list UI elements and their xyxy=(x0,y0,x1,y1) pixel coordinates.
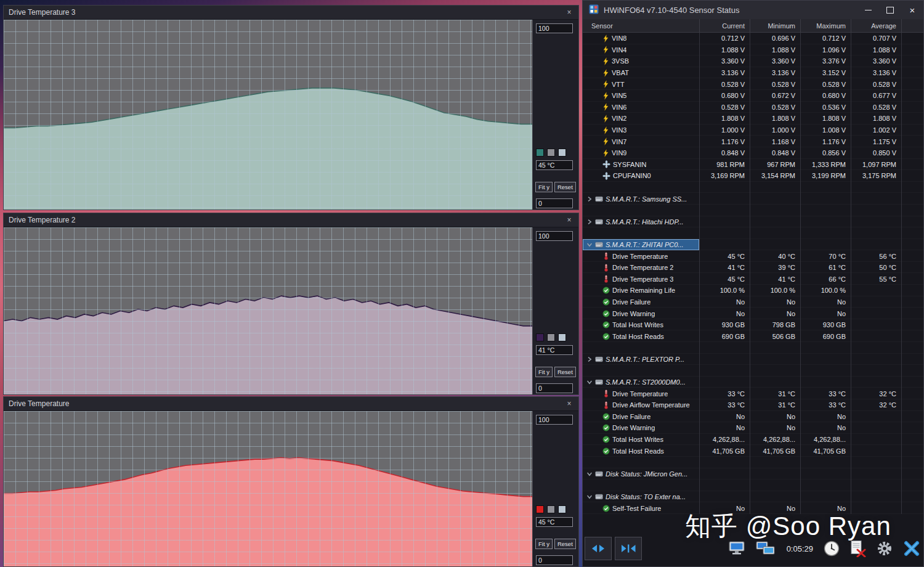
sensor-name-cell[interactable]: S.M.A.R.T.: ZHITAI PC0... xyxy=(583,239,700,251)
sensor-row[interactable]: Drive Temperature33 °C31 °C33 °C32 °C xyxy=(583,388,923,399)
sensor-name-cell[interactable]: Total Host Reads xyxy=(583,330,700,342)
sensor-row[interactable]: Drive Temperature 241 °C39 °C61 °C50 °C xyxy=(583,262,923,274)
sensor-row[interactable]: Total Host Reads41,705 GB41,705 GB41,705… xyxy=(583,445,923,457)
sensor-name-cell[interactable]: Drive Temperature 3 xyxy=(583,273,700,285)
sensor-row[interactable]: VIN21.808 V1.808 V1.808 V1.808 V xyxy=(583,113,923,124)
group-row[interactable]: S.M.A.R.T.: ZHITAI PC0... xyxy=(583,239,923,251)
sensor-name-cell[interactable]: Drive Warning xyxy=(583,308,700,319)
sensor-name-cell[interactable]: CPUFANIN0 xyxy=(583,170,700,182)
sensor-name-cell[interactable]: VIN4 xyxy=(583,44,700,56)
series-color-swatch[interactable] xyxy=(536,333,544,341)
sensor-row[interactable]: Drive Temperature45 °C40 °C70 °C56 °C xyxy=(583,250,923,262)
column-header-maximum[interactable]: Maximum xyxy=(801,19,851,32)
chevron-down-icon[interactable] xyxy=(586,242,593,248)
scale-min-box[interactable]: 0 xyxy=(536,383,573,393)
fit-y-button[interactable]: Fit y xyxy=(535,182,553,192)
sensor-row[interactable]: 3VSB3.360 V3.360 V3.376 V3.360 V xyxy=(583,55,923,67)
sensor-name-cell[interactable]: Total Host Writes xyxy=(583,434,700,446)
sensor-name-cell[interactable]: S.M.A.R.T.: PLEXTOR P... xyxy=(583,354,700,365)
maximize-button[interactable] xyxy=(879,1,901,19)
column-header-average[interactable]: Average xyxy=(851,19,902,32)
fit-y-button[interactable]: Fit y xyxy=(535,367,553,377)
sensor-name-cell[interactable]: Self-Test Failure xyxy=(583,502,700,514)
sensor-row[interactable]: VBAT3.136 V3.136 V3.152 V3.136 V xyxy=(583,67,923,79)
sensor-row[interactable]: SYSFANIN981 RPM967 RPM1,333 RPM1,097 RPM xyxy=(583,159,923,171)
group-row[interactable]: S.M.A.R.T.: ST2000DM0... xyxy=(583,377,923,388)
sensor-name-cell[interactable]: SYSFANIN xyxy=(583,159,700,171)
sensor-name-cell[interactable]: Drive Airflow Temperature xyxy=(583,399,700,411)
expand-columns-button[interactable] xyxy=(585,537,612,560)
sensor-row[interactable]: Total Host Reads690 GB506 GB690 GB xyxy=(583,330,923,342)
chevron-down-icon[interactable] xyxy=(586,471,593,477)
sensor-row[interactable]: VIN60.528 V0.528 V0.536 V0.528 V xyxy=(583,102,923,113)
graph-titlebar[interactable]: Drive Temperature 2 × xyxy=(4,213,578,227)
sensor-row[interactable]: CPUFANIN03,169 RPM3,154 RPM3,199 RPM3,17… xyxy=(583,170,923,182)
column-header-sensor[interactable]: Sensor xyxy=(583,19,700,32)
sensor-name-cell[interactable]: Drive Failure xyxy=(583,411,700,423)
scale-min-box[interactable]: 0 xyxy=(536,198,573,208)
sensor-row[interactable]: VIN50.680 V0.672 V0.680 V0.677 V xyxy=(583,90,923,102)
chevron-right-icon[interactable] xyxy=(586,196,593,202)
sensor-name-cell[interactable]: Drive Failure xyxy=(583,296,700,308)
sensor-name-cell[interactable]: Drive Temperature xyxy=(583,250,700,262)
sensor-name-cell[interactable]: VIN7 xyxy=(583,136,700,147)
background-color-swatch[interactable] xyxy=(547,149,555,157)
sensor-row[interactable]: Drive Airflow Temperature33 °C31 °C33 °C… xyxy=(583,399,923,411)
series-color-swatch[interactable] xyxy=(536,505,544,513)
group-row[interactable]: S.M.A.R.T.: Samsung SS... xyxy=(583,193,923,205)
sensor-name-cell[interactable]: VIN3 xyxy=(583,124,700,136)
column-header-current[interactable]: Current xyxy=(700,19,750,32)
sensor-row[interactable]: Drive FailureNoNoNo xyxy=(583,296,923,308)
grid-color-swatch[interactable] xyxy=(558,333,566,341)
sensor-name-cell[interactable]: Disk Status: TO Exter na... xyxy=(583,491,700,503)
graph-titlebar[interactable]: Drive Temperature × xyxy=(4,397,578,411)
sensor-row[interactable]: VIN31.000 V1.000 V1.008 V1.002 V xyxy=(583,124,923,136)
sensor-row[interactable]: Total Host Writes4,262,88...4,262,88...4… xyxy=(583,434,923,446)
chevron-right-icon[interactable] xyxy=(586,219,593,225)
background-color-swatch[interactable] xyxy=(547,333,555,341)
sensor-name-cell[interactable]: Drive Temperature xyxy=(583,388,700,399)
series-color-swatch[interactable] xyxy=(536,149,544,157)
sensor-row[interactable]: Total Host Writes930 GB798 GB930 GB xyxy=(583,319,923,331)
sensor-name-cell[interactable]: Disk Status: JMicron Gen... xyxy=(583,468,700,480)
scale-max-box[interactable]: 100 xyxy=(536,415,573,425)
sensor-row[interactable]: Drive WarningNoNoNo xyxy=(583,422,923,434)
sensor-name-cell[interactable]: VIN9 xyxy=(583,147,700,159)
sensor-name-cell[interactable]: 3VSB xyxy=(583,55,700,67)
sensor-name-cell[interactable]: VIN2 xyxy=(583,113,700,124)
sensor-row[interactable]: VIN41.088 V1.088 V1.096 V1.088 V xyxy=(583,44,923,56)
grid-color-swatch[interactable] xyxy=(558,505,566,513)
sensor-name-cell[interactable]: S.M.A.R.T.: Hitachi HDP... xyxy=(583,216,700,228)
sensor-row[interactable]: VIN90.848 V0.848 V0.856 V0.850 V xyxy=(583,147,923,159)
grid-color-swatch[interactable] xyxy=(558,149,566,157)
minimize-button[interactable] xyxy=(857,1,879,19)
sensor-row[interactable]: VTT0.528 V0.528 V0.528 V0.528 V xyxy=(583,78,923,90)
collapse-columns-button[interactable] xyxy=(615,537,642,560)
column-header-minimum[interactable]: Minimum xyxy=(750,19,801,32)
scale-max-box[interactable]: 100 xyxy=(536,23,573,33)
hwinfo-titlebar[interactable]: HWiNFO64 v7.10-4540 Sensor Status × xyxy=(583,1,923,19)
sensor-name-cell[interactable]: VIN6 xyxy=(583,102,700,113)
group-row[interactable]: S.M.A.R.T.: Hitachi HDP... xyxy=(583,216,923,228)
chevron-down-icon[interactable] xyxy=(586,494,593,500)
group-row[interactable]: Disk Status: TO Exter na... xyxy=(583,491,923,503)
sensor-name-cell[interactable]: VBAT xyxy=(583,67,700,79)
group-row[interactable]: Disk Status: JMicron Gen... xyxy=(583,468,923,480)
graph-titlebar[interactable]: Drive Temperature 3 × xyxy=(4,6,578,20)
sensor-name-cell[interactable]: S.M.A.R.T.: ST2000DM0... xyxy=(583,377,700,388)
sensor-name-cell[interactable]: VIN5 xyxy=(583,90,700,102)
sensor-row[interactable]: VIN80.712 V0.696 V0.712 V0.707 V xyxy=(583,33,923,44)
reset-button[interactable]: Reset xyxy=(554,539,576,549)
group-row[interactable]: S.M.A.R.T.: PLEXTOR P... xyxy=(583,354,923,365)
sensor-row[interactable]: VIN71.176 V1.168 V1.176 V1.175 V xyxy=(583,136,923,147)
background-color-swatch[interactable] xyxy=(547,505,555,513)
close-icon[interactable]: × xyxy=(565,216,573,224)
sensor-name-cell[interactable]: Drive Warning xyxy=(583,422,700,434)
chevron-right-icon[interactable] xyxy=(586,356,593,362)
exit-x-icon[interactable] xyxy=(903,540,920,557)
sensor-name-cell[interactable]: VIN8 xyxy=(583,33,700,44)
fit-y-button[interactable]: Fit y xyxy=(535,539,553,549)
sensor-row[interactable]: Drive Temperature 345 °C41 °C66 °C55 °C xyxy=(583,273,923,285)
close-icon[interactable]: × xyxy=(565,8,573,17)
sensor-name-cell[interactable]: Drive Temperature 2 xyxy=(583,262,700,274)
